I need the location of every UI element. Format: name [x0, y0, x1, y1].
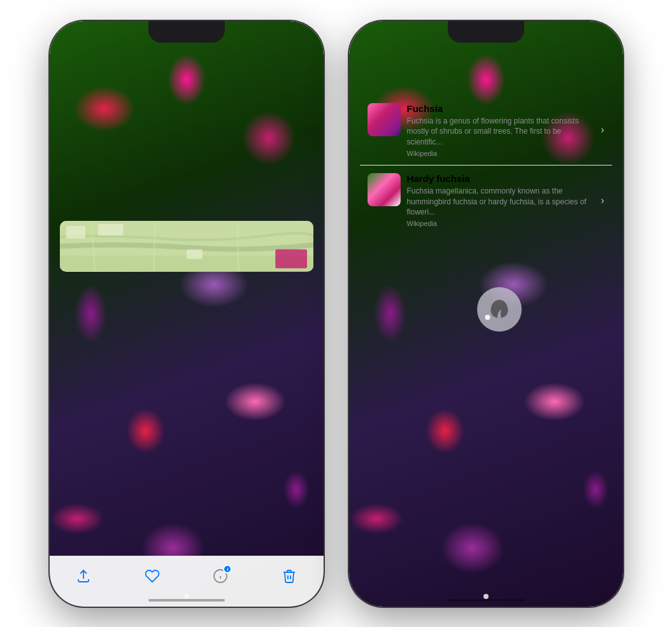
fuchsia-source: Wikipedia — [407, 150, 595, 157]
fuchsia-name: Fuchsia — [407, 103, 595, 114]
info-badge-dot — [223, 565, 232, 574]
home-indicator — [148, 599, 225, 602]
map-roads-svg — [60, 221, 313, 272]
svg-rect-6 — [275, 249, 307, 268]
svg-rect-4 — [97, 223, 123, 235]
overlay-indicator-dot — [485, 314, 490, 320]
fuchsia-thumbnail — [368, 103, 401, 136]
left-phone: Add a Caption Look Up – Plant › Monday •… — [50, 21, 324, 607]
right-photo-indicator-dot — [483, 594, 489, 599]
fuchsia-description: Fuchsia is a genus of flowering plants t… — [407, 116, 595, 148]
knowledge-item-hardy-fuchsia[interactable]: Hardy fuchsia Fuchsia magellanica, commo… — [360, 166, 612, 235]
hardy-fuchsia-description: Fuchsia magellanica, commonly known as t… — [407, 186, 595, 218]
right-home-indicator — [448, 599, 524, 602]
delete-button[interactable] — [275, 562, 303, 590]
hardy-fuchsia-name: Hardy fuchsia — [407, 173, 595, 184]
knowledge-item-fuchsia[interactable]: Fuchsia Fuchsia is a genus of flowering … — [360, 95, 612, 166]
knowledge-card: Fuchsia Fuchsia is a genus of flowering … — [359, 95, 613, 236]
svg-rect-5 — [187, 249, 203, 258]
hardy-fuchsia-source: Wikipedia — [407, 220, 595, 227]
fuchsia-chevron-icon: › — [601, 124, 604, 136]
visual-search-overlay — [477, 287, 522, 332]
left-phone-screen: Add a Caption Look Up – Plant › Monday •… — [50, 21, 324, 607]
map-preview[interactable] — [60, 221, 313, 272]
svg-rect-3 — [66, 225, 85, 238]
hardy-fuchsia-text: Hardy fuchsia Fuchsia magellanica, commo… — [407, 173, 595, 227]
favorite-button[interactable] — [138, 562, 166, 590]
right-phone-screen: Results × Siri Knowledge Show More Fuch — [349, 21, 623, 607]
leaf-search-icon — [488, 298, 511, 321]
share-button[interactable] — [69, 562, 97, 590]
info-button[interactable] — [206, 562, 234, 590]
hardy-fuchsia-chevron-icon: › — [601, 195, 604, 206]
notch — [148, 21, 225, 43]
fuchsia-text: Fuchsia Fuchsia is a genus of flowering … — [407, 103, 595, 157]
right-phone: Results × Siri Knowledge Show More Fuch — [349, 21, 623, 607]
hardy-fuchsia-thumbnail — [368, 173, 401, 206]
notch-right — [448, 21, 524, 43]
flower-image — [50, 21, 324, 607]
